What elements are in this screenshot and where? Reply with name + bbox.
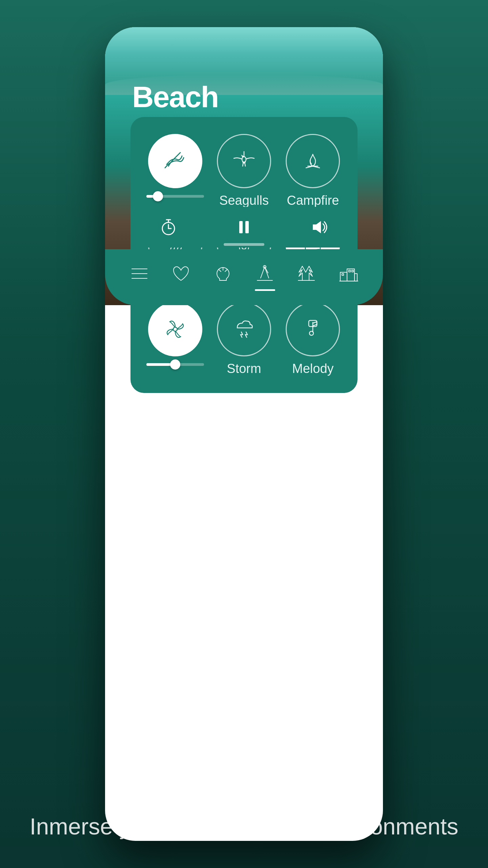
sound-item-waves	[144, 134, 206, 208]
svg-rect-34	[342, 274, 344, 275]
nav-item-favorites[interactable]	[163, 259, 199, 288]
svg-point-12	[173, 327, 177, 331]
sound-item-campfire: Campfire	[282, 134, 344, 208]
home-indicator	[224, 243, 264, 246]
player-bar	[130, 207, 358, 248]
seagulls-label: Seagulls	[219, 193, 269, 208]
timer-button[interactable]	[155, 214, 182, 241]
svg-rect-16	[239, 221, 243, 233]
sound-item-fan	[144, 302, 206, 376]
svg-rect-30	[354, 274, 357, 281]
sound-item-storm: Storm	[213, 302, 275, 376]
nav-item-beach[interactable]	[247, 259, 283, 288]
melody-button[interactable]	[286, 302, 340, 356]
beach-background: Beach	[105, 27, 383, 305]
page-title: Beach	[132, 80, 218, 114]
svg-rect-32	[349, 270, 350, 272]
campfire-label: Campfire	[287, 193, 339, 208]
nav-item-nature[interactable]	[289, 259, 324, 288]
svg-rect-33	[352, 270, 353, 272]
waves-button[interactable]	[148, 134, 202, 188]
waves-slider[interactable]	[146, 195, 204, 198]
campfire-button[interactable]	[286, 134, 340, 188]
volume-button[interactable]	[306, 214, 333, 241]
storm-button[interactable]	[217, 302, 271, 356]
storm-label: Storm	[227, 361, 261, 376]
nav-item-city[interactable]	[331, 259, 366, 288]
melody-label: Melody	[292, 361, 334, 376]
svg-point-0	[242, 157, 246, 162]
svg-point-14	[309, 331, 313, 335]
svg-rect-17	[245, 221, 249, 233]
nav-item-mind[interactable]	[205, 259, 241, 288]
fan-slider[interactable]	[146, 363, 204, 366]
fan-button[interactable]	[148, 302, 202, 356]
svg-line-2	[245, 162, 245, 166]
phone-wrapper: Beach	[105, 27, 383, 841]
svg-line-24	[225, 270, 227, 272]
bottom-nav	[105, 249, 383, 305]
pause-button[interactable]	[230, 214, 258, 241]
svg-line-1	[243, 162, 243, 166]
sound-item-melody: Melody	[282, 302, 344, 376]
sound-item-seagulls: Seagulls	[213, 134, 275, 208]
svg-line-23	[219, 270, 221, 272]
seagulls-button[interactable]	[217, 134, 271, 188]
nav-item-menu[interactable]	[122, 259, 157, 288]
